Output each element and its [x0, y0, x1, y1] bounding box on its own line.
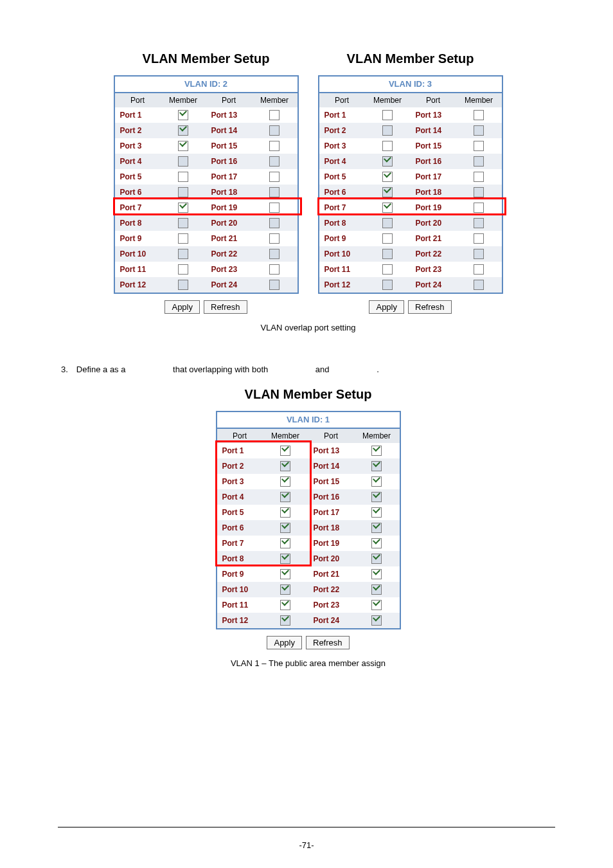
port-label: Port 24	[308, 616, 354, 625]
member-checkbox-cell	[354, 492, 400, 502]
member-checkbox-cell	[365, 172, 411, 182]
member-checkbox[interactable]	[269, 249, 280, 259]
member-checkbox[interactable]	[474, 110, 484, 120]
member-checkbox[interactable]	[371, 492, 382, 502]
member-checkbox-cell	[456, 280, 502, 290]
member-checkbox[interactable]	[474, 249, 484, 259]
port-label: Port 1	[115, 111, 161, 120]
member-checkbox[interactable]	[178, 125, 188, 136]
member-checkbox[interactable]	[178, 218, 188, 228]
apply-button[interactable]: Apply	[369, 300, 404, 314]
member-checkbox-cell	[365, 280, 411, 290]
member-checkbox[interactable]	[269, 110, 280, 120]
member-checkbox[interactable]	[269, 218, 280, 228]
member-checkbox[interactable]	[269, 156, 280, 167]
member-checkbox[interactable]	[371, 461, 382, 471]
member-checkbox[interactable]	[371, 584, 382, 595]
member-checkbox[interactable]	[178, 156, 188, 167]
member-checkbox-cell	[161, 125, 206, 136]
apply-button[interactable]: Apply	[267, 636, 302, 649]
refresh-button[interactable]: Refresh	[408, 300, 452, 314]
member-checkbox[interactable]	[178, 280, 188, 290]
member-checkbox[interactable]	[280, 584, 290, 595]
member-checkbox[interactable]	[269, 172, 280, 182]
member-checkbox[interactable]	[178, 249, 188, 259]
member-checkbox[interactable]	[474, 233, 484, 244]
member-checkbox[interactable]	[371, 476, 382, 487]
member-checkbox[interactable]	[382, 233, 393, 244]
member-checkbox[interactable]	[382, 141, 393, 151]
highlight-outline	[317, 197, 506, 215]
port-label: Port 9	[217, 570, 263, 579]
member-checkbox[interactable]	[280, 615, 290, 626]
member-checkbox-cell	[365, 264, 411, 275]
port-label: Port 18	[308, 523, 354, 532]
member-checkbox[interactable]	[474, 187, 484, 197]
member-checkbox[interactable]	[280, 600, 290, 610]
member-checkbox[interactable]	[178, 141, 188, 151]
member-checkbox-cell	[354, 538, 400, 548]
member-checkbox[interactable]	[178, 264, 188, 275]
port-label: Port 21	[206, 234, 252, 243]
column-header-member: Member	[161, 93, 206, 107]
member-checkbox[interactable]	[382, 218, 393, 228]
member-checkbox[interactable]	[371, 446, 382, 456]
member-checkbox[interactable]	[474, 125, 484, 136]
member-checkbox[interactable]	[178, 110, 188, 120]
port-label: Port 11	[319, 265, 365, 274]
member-checkbox[interactable]	[474, 141, 484, 151]
member-checkbox[interactable]	[269, 280, 280, 290]
member-checkbox[interactable]	[474, 280, 484, 290]
member-checkbox-cell	[161, 172, 206, 182]
member-checkbox[interactable]	[280, 569, 290, 579]
member-checkbox-cell	[365, 233, 411, 244]
port-label: Port 24	[206, 280, 252, 289]
port-row: Port 3Port 15	[115, 138, 298, 154]
member-checkbox-cell	[365, 218, 411, 228]
column-header-row: PortMemberPortMember	[115, 93, 298, 107]
apply-button[interactable]: Apply	[164, 300, 200, 314]
member-checkbox[interactable]	[178, 187, 188, 197]
member-checkbox-cell	[354, 476, 400, 487]
member-checkbox-cell	[252, 187, 298, 197]
member-checkbox[interactable]	[474, 172, 484, 182]
member-checkbox[interactable]	[269, 187, 280, 197]
member-checkbox[interactable]	[382, 156, 393, 167]
member-checkbox[interactable]	[371, 538, 382, 548]
member-checkbox[interactable]	[371, 569, 382, 579]
member-checkbox-cell	[252, 141, 298, 151]
member-checkbox[interactable]	[371, 615, 382, 626]
member-checkbox[interactable]	[371, 523, 382, 533]
port-label: Port 9	[115, 234, 161, 243]
member-checkbox[interactable]	[474, 156, 484, 167]
member-checkbox[interactable]	[269, 264, 280, 275]
member-checkbox[interactable]	[371, 507, 382, 518]
port-label: Port 16	[206, 157, 252, 166]
member-checkbox[interactable]	[382, 249, 393, 259]
member-checkbox[interactable]	[382, 125, 393, 136]
port-row: Port 10Port 22	[319, 246, 502, 262]
vlan-panel-id2: VLAN ID: 2PortMemberPortMemberPort 1Port…	[114, 75, 299, 294]
member-checkbox[interactable]	[382, 280, 393, 290]
member-checkbox[interactable]	[178, 233, 188, 244]
member-checkbox[interactable]	[382, 187, 393, 197]
member-checkbox[interactable]	[178, 172, 188, 182]
member-checkbox[interactable]	[371, 554, 382, 564]
member-checkbox[interactable]	[474, 218, 484, 228]
port-row: Port 9Port 21	[217, 566, 400, 582]
refresh-button[interactable]: Refresh	[204, 300, 247, 314]
port-label: Port 13	[411, 111, 456, 120]
page-number: -71-	[0, 840, 613, 850]
member-checkbox[interactable]	[269, 125, 280, 136]
refresh-button[interactable]: Refresh	[306, 636, 350, 649]
member-checkbox-cell	[263, 615, 308, 626]
member-checkbox[interactable]	[382, 172, 393, 182]
member-checkbox-cell	[354, 600, 400, 610]
port-label: Port 2	[115, 126, 161, 135]
member-checkbox[interactable]	[474, 264, 484, 275]
member-checkbox[interactable]	[382, 110, 393, 120]
member-checkbox[interactable]	[382, 264, 393, 275]
member-checkbox[interactable]	[269, 141, 280, 151]
member-checkbox[interactable]	[371, 600, 382, 610]
member-checkbox[interactable]	[269, 233, 280, 244]
